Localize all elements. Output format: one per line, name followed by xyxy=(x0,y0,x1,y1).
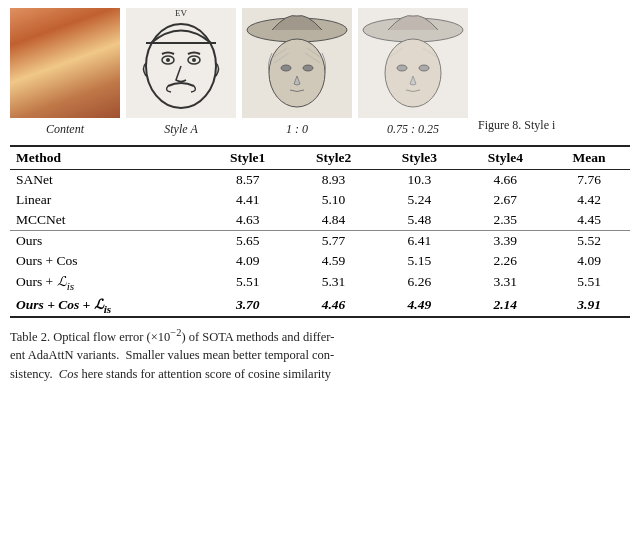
method-cell: MCCNet xyxy=(10,210,205,231)
svg-point-10 xyxy=(281,65,291,71)
svg-point-18 xyxy=(385,39,441,107)
s4-cell: 3.39 xyxy=(462,231,548,252)
s2-cell: 8.93 xyxy=(291,170,377,191)
table-header-row: Method Style1 Style2 Style3 Style4 Mean xyxy=(10,146,630,170)
s1-cell: 5.65 xyxy=(205,231,291,252)
s3-cell: 5.15 xyxy=(376,251,462,271)
style-a-caption: Style A xyxy=(164,122,197,137)
mean-cell: 4.42 xyxy=(548,190,630,210)
col-style1: Style1 xyxy=(205,146,291,170)
s1-cell: 5.51 xyxy=(205,271,291,294)
s2-cell: 5.10 xyxy=(291,190,377,210)
style-a-image: EV xyxy=(126,8,236,118)
svg-point-5 xyxy=(192,58,196,62)
col-method: Method xyxy=(10,146,205,170)
mean-cell: 4.45 xyxy=(548,210,630,231)
table-row: Ours + Cos + ℒis 3.70 4.46 4.49 2.14 3.9… xyxy=(10,294,630,318)
col-style2: Style2 xyxy=(291,146,377,170)
col-style3: Style3 xyxy=(376,146,462,170)
method-cell: Ours + Cos + ℒis xyxy=(10,294,205,318)
table-row: Ours 5.65 5.77 6.41 3.39 5.52 xyxy=(10,231,630,252)
top-section: Content xyxy=(0,0,640,141)
svg-text:EV: EV xyxy=(175,8,187,18)
ratio2-caption: 0.75 : 0.25 xyxy=(387,122,439,137)
content-caption: Content xyxy=(46,122,84,137)
table-row: Ours + ℒis 5.51 5.31 6.26 3.31 5.51 xyxy=(10,271,630,294)
table-row: Linear 4.41 5.10 5.24 2.67 4.42 xyxy=(10,190,630,210)
method-cell: Ours xyxy=(10,231,205,252)
s3-cell: 5.48 xyxy=(376,210,462,231)
s2-cell: 5.31 xyxy=(291,271,377,294)
col-mean: Mean xyxy=(548,146,630,170)
s4-cell: 2.35 xyxy=(462,210,548,231)
ratio1-image xyxy=(242,8,352,118)
method-cell: Ours + ℒis xyxy=(10,271,205,294)
table-section: Method Style1 Style2 Style3 Style4 Mean … xyxy=(0,145,640,384)
image-style-a: EV Style A xyxy=(126,8,236,137)
mean-cell: 4.09 xyxy=(548,251,630,271)
s1-cell: 4.41 xyxy=(205,190,291,210)
s1-cell: 8.57 xyxy=(205,170,291,191)
s4-cell: 2.14 xyxy=(462,294,548,318)
svg-point-19 xyxy=(397,65,407,71)
s1-cell: 4.63 xyxy=(205,210,291,231)
image-ratio1: 1 : 0 xyxy=(242,8,352,137)
svg-point-4 xyxy=(166,58,170,62)
table-row: MCCNet 4.63 4.84 5.48 2.35 4.45 xyxy=(10,210,630,231)
s3-cell: 5.24 xyxy=(376,190,462,210)
svg-point-11 xyxy=(303,65,313,71)
table-row: SANet 8.57 8.93 10.3 4.66 7.76 xyxy=(10,170,630,191)
svg-point-9 xyxy=(269,39,325,107)
s3-cell: 6.26 xyxy=(376,271,462,294)
s1-cell: 4.09 xyxy=(205,251,291,271)
ratio2-image xyxy=(358,8,468,118)
s1-cell: 3.70 xyxy=(205,294,291,318)
s3-cell: 10.3 xyxy=(376,170,462,191)
table-row: Ours + Cos 4.09 4.59 5.15 2.26 4.09 xyxy=(10,251,630,271)
mean-cell: 3.91 xyxy=(548,294,630,318)
results-table: Method Style1 Style2 Style3 Style4 Mean … xyxy=(10,145,630,318)
table-caption: Table 2. Optical flow error (×10−2) of S… xyxy=(10,318,630,383)
method-cell: SANet xyxy=(10,170,205,191)
image-content: Content xyxy=(10,8,120,137)
s2-cell: 4.84 xyxy=(291,210,377,231)
content-image xyxy=(10,8,120,118)
mean-cell: 5.52 xyxy=(548,231,630,252)
s3-cell: 4.49 xyxy=(376,294,462,318)
svg-point-20 xyxy=(419,65,429,71)
s2-cell: 4.59 xyxy=(291,251,377,271)
s3-cell: 6.41 xyxy=(376,231,462,252)
figure-label-section: Figure 8. Style i xyxy=(474,118,555,137)
ratio1-caption: 1 : 0 xyxy=(286,122,308,137)
s4-cell: 4.66 xyxy=(462,170,548,191)
figure-label: Figure 8. Style i xyxy=(474,118,555,137)
s2-cell: 5.77 xyxy=(291,231,377,252)
mean-cell: 5.51 xyxy=(548,271,630,294)
method-cell: Ours + Cos xyxy=(10,251,205,271)
s4-cell: 3.31 xyxy=(462,271,548,294)
method-cell: Linear xyxy=(10,190,205,210)
image-ratio2: 0.75 : 0.25 xyxy=(358,8,468,137)
mean-cell: 7.76 xyxy=(548,170,630,191)
s2-cell: 4.46 xyxy=(291,294,377,318)
s4-cell: 2.26 xyxy=(462,251,548,271)
col-style4: Style4 xyxy=(462,146,548,170)
s4-cell: 2.67 xyxy=(462,190,548,210)
caption-text: Table 2. Optical flow error (×10−2) of S… xyxy=(10,330,334,382)
